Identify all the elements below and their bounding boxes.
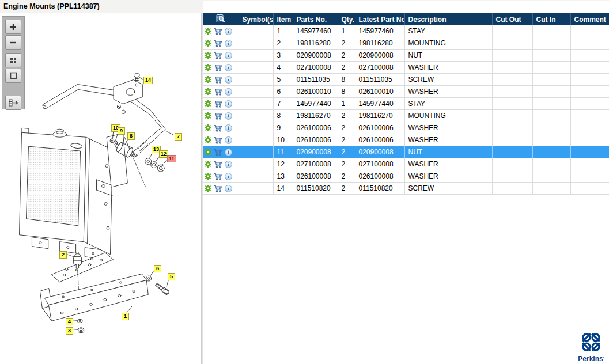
page-title: Engine Mounts (PPL114387) xyxy=(3,2,100,10)
gear-icon[interactable] xyxy=(205,124,211,131)
cart-icon[interactable] xyxy=(214,124,222,132)
info-icon[interactable] xyxy=(225,64,232,71)
table-row[interactable]: 12 027100008 2 027100008 WASHER xyxy=(203,158,609,170)
gear-icon[interactable] xyxy=(205,185,211,192)
info-icon[interactable] xyxy=(225,28,232,35)
gear-icon[interactable] xyxy=(205,173,211,180)
qty-cell: 2 xyxy=(338,134,355,146)
panel-arrow-icon xyxy=(9,99,18,107)
info-icon[interactable] xyxy=(225,136,232,144)
diagram-callout[interactable]: 5 xyxy=(168,273,175,280)
cart-icon[interactable] xyxy=(214,161,222,168)
tile-view-button[interactable] xyxy=(5,53,21,67)
gear-icon[interactable] xyxy=(205,64,211,71)
zoom-in-button[interactable] xyxy=(5,20,21,34)
comment-cell xyxy=(570,170,609,183)
plus-icon xyxy=(9,23,17,31)
table-row[interactable]: 6 026100010 8 026100010 WASHER xyxy=(203,86,609,98)
table-row[interactable]: 2 198116280 2 198116280 MOUNTING xyxy=(203,37,609,50)
info-icon[interactable] xyxy=(225,100,232,108)
gear-icon[interactable] xyxy=(205,52,211,59)
table-row[interactable]: 4 027100008 2 027100008 WASHER xyxy=(203,62,609,74)
gear-icon[interactable] xyxy=(205,28,211,35)
qty-cell: 1 xyxy=(338,98,355,110)
qty-cell: 2 xyxy=(338,146,355,158)
table-row[interactable]: 14 011510820 2 011510820 SCREW xyxy=(203,183,609,195)
latest-part-no-cell: 198116270 xyxy=(355,110,404,122)
table-row[interactable]: 8 198116270 2 198116270 MOUNTING xyxy=(203,110,609,122)
diagram-callout[interactable]: 8 xyxy=(127,132,135,140)
cart-icon[interactable] xyxy=(214,64,222,71)
diagram-callout[interactable]: 7 xyxy=(175,133,182,141)
table-row[interactable]: 3 020900008 2 020900008 NUT xyxy=(203,50,609,62)
cart-icon[interactable] xyxy=(214,52,222,59)
table-row[interactable]: 5 011511035 8 011511035 SCREW xyxy=(203,74,609,86)
diagram-callout[interactable]: 9 xyxy=(118,127,125,135)
info-icon[interactable] xyxy=(225,52,232,59)
comment-cell xyxy=(570,86,609,98)
column-header-comment: Comment xyxy=(570,13,609,25)
diagram-callout[interactable]: 1 xyxy=(122,313,129,320)
comment-cell xyxy=(570,134,609,146)
cart-icon[interactable] xyxy=(214,40,222,47)
cart-icon[interactable] xyxy=(214,88,222,96)
info-icon[interactable] xyxy=(225,161,232,168)
cart-icon[interactable] xyxy=(214,112,222,120)
comment-cell xyxy=(570,146,609,158)
gear-icon[interactable] xyxy=(205,76,211,83)
description-cell: SCREW xyxy=(404,74,492,86)
gear-icon[interactable] xyxy=(205,100,211,107)
cart-icon[interactable] xyxy=(214,185,222,192)
cut-out-cell xyxy=(492,183,532,195)
info-icon[interactable] xyxy=(225,112,232,120)
row-actions-cell xyxy=(203,146,239,158)
gear-icon[interactable] xyxy=(205,136,211,143)
parts-table-body: 1 145977460 1 145977460 STAY xyxy=(203,25,609,195)
description-cell: WASHER xyxy=(404,62,492,74)
symbols-cell xyxy=(239,158,273,170)
table-row[interactable]: 11 020900008 2 020900008 NUT xyxy=(203,146,609,158)
table-row[interactable]: 1 145977460 1 145977460 STAY xyxy=(203,25,609,37)
info-icon[interactable] xyxy=(225,124,232,132)
gear-icon[interactable] xyxy=(205,161,211,168)
fit-view-button[interactable] xyxy=(5,69,21,83)
table-row[interactable]: 7 145977440 1 145977440 STAY xyxy=(203,98,609,110)
cart-icon[interactable] xyxy=(214,149,222,156)
parts-no-cell: 020900008 xyxy=(293,146,338,158)
zoom-out-button[interactable] xyxy=(5,35,21,50)
diagram-callout[interactable]: 4 xyxy=(66,318,73,325)
item-cell: 1 xyxy=(273,25,293,37)
cart-icon[interactable] xyxy=(214,76,222,84)
table-row[interactable]: 9 026100006 2 026100006 WASHER xyxy=(203,122,609,134)
diagram-callout[interactable]: 6 xyxy=(154,265,161,272)
latest-part-no-cell: 026100006 xyxy=(355,122,404,134)
gear-icon[interactable] xyxy=(205,88,211,95)
cart-icon[interactable] xyxy=(214,28,222,35)
info-icon[interactable] xyxy=(225,88,232,96)
table-header-row: Symbol(s) Item Parts No. Qty. Latest Par… xyxy=(203,13,609,25)
info-icon[interactable] xyxy=(225,185,232,192)
table-row[interactable]: 10 026100006 2 026100006 WASHER xyxy=(203,134,609,146)
info-icon[interactable] xyxy=(225,149,232,156)
qty-cell: 8 xyxy=(338,74,355,86)
toggle-panel-button[interactable] xyxy=(5,96,21,110)
parts-no-cell: 026100006 xyxy=(293,122,338,134)
cut-in-cell xyxy=(532,37,570,50)
cart-icon[interactable] xyxy=(214,100,222,108)
gear-icon[interactable] xyxy=(205,149,211,156)
cart-icon[interactable] xyxy=(214,136,222,144)
diagram-callout[interactable]: 3 xyxy=(66,327,73,335)
info-icon[interactable] xyxy=(225,40,232,47)
symbols-cell xyxy=(239,110,273,122)
diagram-callout[interactable]: 2 xyxy=(59,251,67,259)
table-row[interactable]: 13 026100008 2 026100008 WASHER xyxy=(203,170,609,183)
gear-icon[interactable] xyxy=(205,112,211,119)
diagram-callout[interactable]: 11 xyxy=(167,155,176,162)
gear-icon[interactable] xyxy=(205,40,211,47)
info-icon[interactable] xyxy=(225,173,232,180)
info-icon[interactable] xyxy=(225,76,232,84)
row-actions-cell xyxy=(203,122,239,134)
diagram-callout[interactable]: 14 xyxy=(143,77,153,84)
search-filter-icon[interactable] xyxy=(215,14,226,25)
cart-icon[interactable] xyxy=(214,173,222,180)
